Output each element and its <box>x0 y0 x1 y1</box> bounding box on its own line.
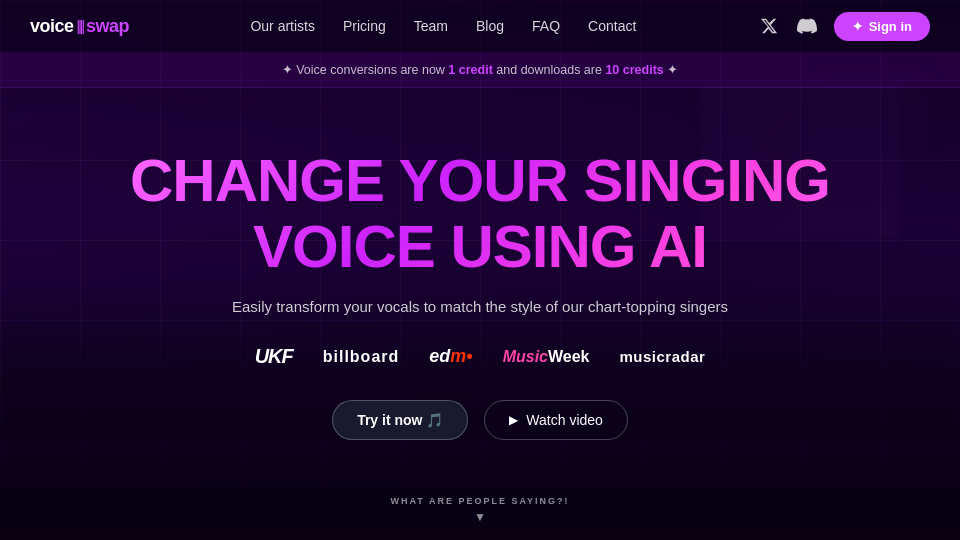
watch-video-icon: ▶ <box>509 413 518 427</box>
cta-buttons: Try it now 🎵 ▶ Watch video <box>332 400 628 440</box>
brand-musicradar: musicradar <box>619 348 705 365</box>
signin-label: Sign in <box>869 19 912 34</box>
banner-text-after: ✦ <box>664 63 678 77</box>
nav-blog[interactable]: Blog <box>476 18 504 34</box>
signin-icon: ✦ <box>852 19 863 34</box>
nav-right: ✦ Sign in <box>758 12 930 41</box>
nav-our-artists[interactable]: Our artists <box>250 18 315 34</box>
nav-links: Our artists Pricing Team Blog FAQ Contac… <box>250 17 636 35</box>
twitter-icon[interactable] <box>758 15 780 37</box>
discord-icon[interactable] <box>796 15 818 37</box>
promo-banner: ✦ Voice conversions are now 1 credit and… <box>0 52 960 88</box>
brand-logos: UKF billboard edm• MusicWeek musicradar <box>255 345 706 368</box>
navbar: voice |||| swap Our artists Pricing Team… <box>0 0 960 52</box>
nav-faq[interactable]: FAQ <box>532 18 560 34</box>
nav-pricing[interactable]: Pricing <box>343 18 386 34</box>
nav-contact[interactable]: Contact <box>588 18 636 34</box>
nav-team[interactable]: Team <box>414 18 448 34</box>
brand-ukf: UKF <box>255 345 293 368</box>
logo-swap-text: swap <box>86 16 129 37</box>
brand-edm: edm• <box>429 346 472 367</box>
brand-billboard: billboard <box>323 348 400 366</box>
hero-subtitle: Easily transform your vocals to match th… <box>232 298 728 315</box>
scroll-hint-text: WHAT ARE PEOPLE SAYING?! <box>390 496 569 506</box>
chevron-down-icon: ▼ <box>474 510 486 524</box>
scroll-hint[interactable]: WHAT ARE PEOPLE SAYING?! ▼ <box>390 496 569 524</box>
logo-voice-text: voice <box>30 16 74 37</box>
brand-musicweek: MusicWeek <box>503 348 590 366</box>
signin-button[interactable]: ✦ Sign in <box>834 12 930 41</box>
logo-wave-icon: |||| <box>77 18 84 34</box>
watch-video-label: Watch video <box>526 412 603 428</box>
try-now-button[interactable]: Try it now 🎵 <box>332 400 468 440</box>
banner-text-before: ✦ Voice conversions are now <box>282 63 449 77</box>
watch-video-button[interactable]: ▶ Watch video <box>484 400 628 440</box>
banner-credit1: 1 credit <box>448 63 492 77</box>
hero-title: CHANGE YOUR SINGING VOICE USING AI <box>130 148 830 280</box>
banner-credit2: 10 credits <box>605 63 663 77</box>
logo[interactable]: voice |||| swap <box>30 16 129 37</box>
hero-section: CHANGE YOUR SINGING VOICE USING AI Easil… <box>0 88 960 440</box>
banner-text-mid: and downloads are <box>493 63 606 77</box>
